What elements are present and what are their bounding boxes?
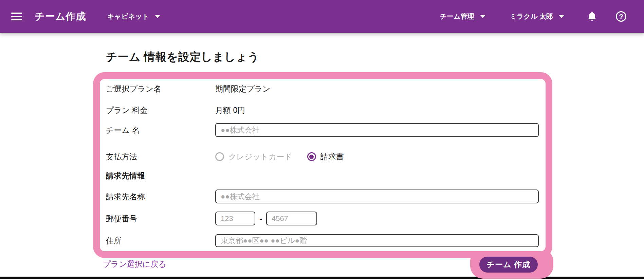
radio-unselected-icon — [215, 152, 224, 161]
plan-name-value: 期間限定プラン — [215, 84, 271, 94]
postal-code-first-input[interactable] — [215, 212, 255, 225]
payment-method-row: 支払方法 クレジットカード 請求書 — [106, 152, 546, 162]
team-name-row: チーム 名 — [106, 123, 546, 137]
radio-selected-icon — [307, 152, 316, 161]
team-create-page: チーム作成 キャビネット チーム管理 ミラクル 太郎 ? チーム 情 — [0, 0, 644, 279]
bell-icon[interactable] — [587, 11, 597, 22]
address-label: 住所 — [106, 236, 215, 246]
team-info-form-highlight: ご選択プラン名 期間限定プラン プラン 料金 月額 0円 チーム 名 支払方法 … — [93, 72, 552, 258]
postal-code-row: 郵便番号 - — [106, 212, 546, 225]
chevron-down-icon — [480, 15, 485, 18]
billing-name-row: 請求先名称 — [106, 190, 546, 203]
user-name: ミラクル 太郎 — [510, 12, 553, 21]
credit-card-radio[interactable]: クレジットカード — [215, 152, 292, 162]
plan-fee-label: プラン 料金 — [106, 105, 215, 115]
plan-name-row: ご選択プラン名 期間限定プラン — [106, 84, 546, 94]
billing-name-label: 請求先名称 — [106, 192, 215, 202]
payment-method-radio-group: クレジットカード 請求書 — [215, 152, 344, 162]
hamburger-menu-icon[interactable] — [11, 11, 22, 22]
nav-cabinet-dropdown[interactable]: キャビネット — [107, 12, 160, 21]
user-menu-dropdown[interactable]: ミラクル 太郎 — [510, 12, 564, 21]
app-header: チーム作成 キャビネット チーム管理 ミラクル 太郎 ? — [0, 0, 644, 33]
help-icon[interactable]: ? — [616, 11, 626, 22]
app-title: チーム作成 — [35, 10, 86, 23]
payment-method-label: 支払方法 — [106, 152, 215, 162]
postal-code-label: 郵便番号 — [106, 214, 215, 224]
chevron-down-icon — [155, 15, 160, 18]
invoice-radio[interactable]: 請求書 — [307, 152, 344, 162]
back-to-plan-selection-link[interactable]: プラン選択に戻る — [103, 259, 166, 270]
postal-code-second-input[interactable] — [266, 212, 317, 225]
team-info-form: ご選択プラン名 期間限定プラン プラン 料金 月額 0円 チーム 名 支払方法 … — [106, 84, 546, 247]
bottom-divider — [0, 277, 644, 279]
create-team-button[interactable]: チーム 作成 — [479, 257, 538, 273]
postal-code-separator: - — [259, 214, 262, 223]
nav-cabinet-label: キャビネット — [107, 12, 149, 21]
address-input[interactable] — [215, 234, 539, 247]
page-title: チーム 情報を設定しましょう — [106, 49, 259, 65]
plan-fee-row: プラン 料金 月額 0円 — [106, 105, 546, 115]
billing-section-row: 請求先情報 — [106, 171, 546, 181]
nav-team-management-dropdown[interactable]: チーム管理 — [440, 12, 485, 21]
invoice-radio-label: 請求書 — [320, 152, 344, 162]
team-name-label: チーム 名 — [106, 125, 215, 135]
plan-name-label: ご選択プラン名 — [106, 84, 215, 94]
billing-section-title: 請求先情報 — [106, 171, 145, 181]
plan-fee-value: 月額 0円 — [215, 105, 245, 115]
nav-team-management-label: チーム管理 — [440, 12, 474, 21]
credit-card-radio-label: クレジットカード — [228, 152, 292, 162]
team-name-input[interactable] — [215, 123, 539, 137]
chevron-down-icon — [559, 15, 564, 18]
billing-name-input[interactable] — [215, 190, 539, 203]
header-right-group: チーム管理 ミラクル 太郎 ? — [440, 11, 644, 22]
address-row: 住所 — [106, 234, 546, 247]
postal-code-fields: - — [215, 212, 317, 225]
